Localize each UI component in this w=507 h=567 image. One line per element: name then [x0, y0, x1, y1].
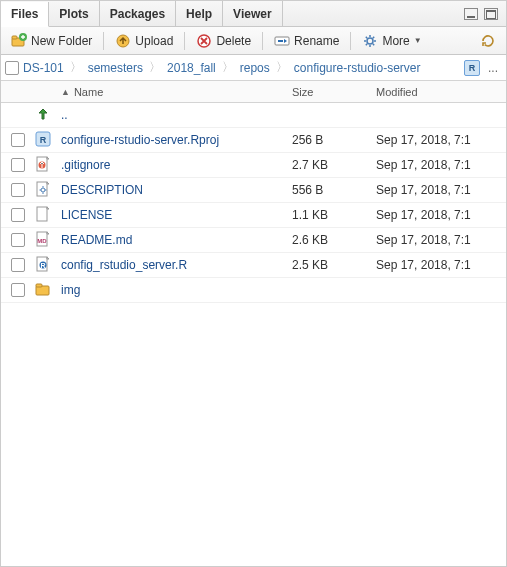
- blank-icon: [35, 206, 51, 222]
- breadcrumb-item[interactable]: semesters: [86, 61, 145, 75]
- rename-label: Rename: [294, 34, 339, 48]
- file-row: Rconfig_rstudio_server.R2.5 KBSep 17, 20…: [1, 253, 506, 278]
- rscript-icon: R: [35, 256, 51, 272]
- breadcrumb-more-button[interactable]: ...: [484, 61, 502, 75]
- breadcrumb-item[interactable]: DS-101: [21, 61, 66, 75]
- refresh-icon: [480, 33, 496, 49]
- breadcrumb-separator-icon: 〉: [147, 59, 163, 76]
- rproject-badge-icon[interactable]: R: [464, 60, 480, 76]
- files-toolbar: New Folder Upload Delete Rename More ▼: [1, 27, 506, 55]
- file-modified: Sep 17, 2018, 7:1: [376, 133, 506, 147]
- breadcrumb-item[interactable]: repos: [238, 61, 272, 75]
- sort-asc-icon: ▲: [61, 87, 70, 97]
- file-modified: Sep 17, 2018, 7:1: [376, 233, 506, 247]
- file-list: .. Rconfigure-rstudio-server.Rproj256 BS…: [1, 103, 506, 566]
- file-size: 556 B: [292, 183, 376, 197]
- row-checkbox[interactable]: [11, 233, 25, 247]
- folder-icon: [35, 281, 51, 297]
- column-label: Name: [74, 86, 103, 98]
- column-header-size[interactable]: Size: [292, 86, 376, 98]
- git-icon: [35, 156, 51, 172]
- file-row: DESCRIPTION556 BSep 17, 2018, 7:1: [1, 178, 506, 203]
- file-size: 2.6 KB: [292, 233, 376, 247]
- new-folder-button[interactable]: New Folder: [5, 31, 98, 51]
- file-list-header: ▲ Name Size Modified: [1, 81, 506, 103]
- more-button[interactable]: More ▼: [356, 31, 427, 51]
- new-folder-icon: [11, 33, 27, 49]
- upload-label: Upload: [135, 34, 173, 48]
- delete-button[interactable]: Delete: [190, 31, 257, 51]
- dropdown-caret-icon: ▼: [414, 36, 422, 45]
- pane-tabbar: Files Plots Packages Help Viewer: [1, 1, 506, 27]
- breadcrumb-item[interactable]: 2018_fall: [165, 61, 218, 75]
- breadcrumb-separator-icon: 〉: [220, 59, 236, 76]
- up-arrow-icon: [35, 106, 51, 122]
- breadcrumb-item[interactable]: configure-rstudio-server: [292, 61, 423, 75]
- gear-icon: [362, 33, 378, 49]
- parent-dir-label[interactable]: ..: [61, 108, 68, 122]
- file-modified: Sep 17, 2018, 7:1: [376, 158, 506, 172]
- file-name-link[interactable]: LICENSE: [61, 208, 112, 222]
- file-row: Rconfigure-rstudio-server.Rproj256 BSep …: [1, 128, 506, 153]
- file-modified: Sep 17, 2018, 7:1: [376, 183, 506, 197]
- row-checkbox[interactable]: [11, 258, 25, 272]
- tab-plots[interactable]: Plots: [49, 1, 99, 26]
- tab-packages[interactable]: Packages: [100, 1, 176, 26]
- upload-icon: [115, 33, 131, 49]
- row-checkbox[interactable]: [11, 158, 25, 172]
- column-header-name[interactable]: ▲ Name: [61, 86, 292, 98]
- tab-viewer[interactable]: Viewer: [223, 1, 282, 26]
- refresh-button[interactable]: [474, 31, 502, 51]
- file-size: 2.7 KB: [292, 158, 376, 172]
- rename-button[interactable]: Rename: [268, 31, 345, 51]
- tab-help[interactable]: Help: [176, 1, 223, 26]
- file-name-link[interactable]: .gitignore: [61, 158, 110, 172]
- svg-rect-13: [37, 207, 47, 221]
- svg-text:MD: MD: [37, 238, 47, 244]
- file-size: 2.5 KB: [292, 258, 376, 272]
- row-checkbox[interactable]: [11, 183, 25, 197]
- column-header-modified[interactable]: Modified: [376, 86, 506, 98]
- file-size: 256 B: [292, 133, 376, 147]
- breadcrumb-separator-icon: 〉: [274, 59, 290, 76]
- svg-point-6: [367, 38, 373, 44]
- row-checkbox[interactable]: [11, 208, 25, 222]
- parent-dir-row[interactable]: ..: [1, 103, 506, 128]
- svg-rect-20: [36, 284, 42, 287]
- md-icon: MD: [35, 231, 51, 247]
- maximize-pane-icon[interactable]: [484, 8, 498, 20]
- file-row: img: [1, 278, 506, 303]
- breadcrumb-separator-icon: 〉: [68, 59, 84, 76]
- file-name-link[interactable]: configure-rstudio-server.Rproj: [61, 133, 219, 147]
- new-folder-label: New Folder: [31, 34, 92, 48]
- svg-rect-11: [37, 182, 47, 196]
- svg-rect-1: [12, 36, 17, 39]
- more-label: More: [382, 34, 409, 48]
- toolbar-separator: [184, 32, 185, 50]
- file-row: MDREADME.md2.6 KBSep 17, 2018, 7:1: [1, 228, 506, 253]
- file-modified: Sep 17, 2018, 7:1: [376, 208, 506, 222]
- file-row: .gitignore2.7 KBSep 17, 2018, 7:1: [1, 153, 506, 178]
- row-checkbox[interactable]: [11, 133, 25, 147]
- rproj-icon: R: [35, 131, 51, 147]
- upload-button[interactable]: Upload: [109, 31, 179, 51]
- file-name-link[interactable]: DESCRIPTION: [61, 183, 143, 197]
- tab-files[interactable]: Files: [1, 2, 49, 27]
- rename-icon: [274, 33, 290, 49]
- row-checkbox[interactable]: [11, 283, 25, 297]
- file-size: 1.1 KB: [292, 208, 376, 222]
- svg-text:R: R: [40, 262, 45, 269]
- svg-text:R: R: [40, 135, 47, 145]
- file-row: LICENSE1.1 KBSep 17, 2018, 7:1: [1, 203, 506, 228]
- file-name-link[interactable]: README.md: [61, 233, 132, 247]
- gear-icon: [35, 181, 51, 197]
- file-name-link[interactable]: img: [61, 283, 80, 297]
- select-all-checkbox[interactable]: [5, 61, 19, 75]
- toolbar-separator: [262, 32, 263, 50]
- delete-label: Delete: [216, 34, 251, 48]
- toolbar-separator: [350, 32, 351, 50]
- minimize-pane-icon[interactable]: [464, 8, 478, 20]
- file-name-link[interactable]: config_rstudio_server.R: [61, 258, 187, 272]
- toolbar-separator: [103, 32, 104, 50]
- file-modified: Sep 17, 2018, 7:1: [376, 258, 506, 272]
